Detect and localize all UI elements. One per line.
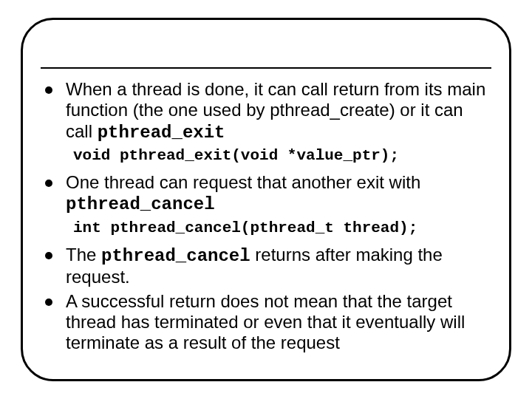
bullet-3-code: pthread_cancel: [101, 246, 250, 266]
bullet-list: When a thread is done, it can call retur…: [41, 79, 491, 143]
bullet-1-code: pthread_exit: [98, 123, 225, 143]
title-area: [41, 35, 491, 69]
bullet-3-pre: The: [66, 245, 101, 265]
code-line-1: void pthread_exit(void *value_ptr);: [41, 146, 491, 165]
bullet-2-code: pthread_cancel: [66, 194, 215, 214]
bullet-list-2: One thread can request that another exit…: [41, 172, 491, 216]
bullet-2: One thread can request that another exit…: [41, 172, 491, 216]
code-line-2: int pthread_cancel(pthread_t thread);: [41, 219, 491, 237]
bullet-4: A successful return does not mean that t…: [41, 291, 491, 354]
bullet-4-text: A successful return does not mean that t…: [66, 291, 465, 353]
bullet-list-3: The pthread_cancel returns after making …: [41, 245, 491, 354]
bullet-2-text: One thread can request that another exit…: [66, 172, 420, 192]
slide-frame: When a thread is done, it can call retur…: [21, 18, 511, 381]
slide: When a thread is done, it can call retur…: [0, 0, 532, 399]
bullet-1: When a thread is done, it can call retur…: [41, 79, 491, 143]
slide-body: When a thread is done, it can call retur…: [36, 79, 496, 354]
bullet-3: The pthread_cancel returns after making …: [41, 245, 491, 288]
